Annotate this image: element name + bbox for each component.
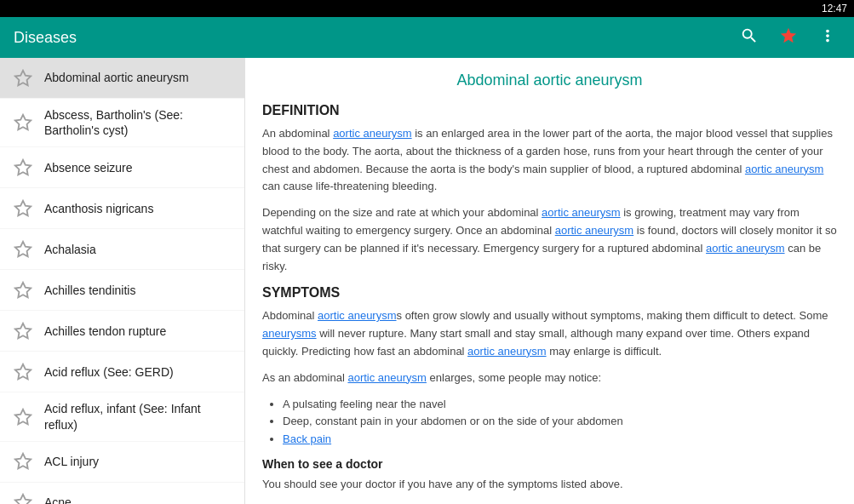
list-item[interactable]: Achilles tendinitis (0, 270, 244, 311)
link[interactable]: aortic aneurysm (467, 345, 546, 358)
star-icon[interactable] (14, 69, 32, 88)
link[interactable]: aortic aneurysm (555, 224, 633, 237)
star-icon[interactable] (14, 493, 32, 504)
bullet-item: Back pain (283, 431, 837, 449)
section-heading: DEFINITION (262, 103, 837, 118)
search-icon[interactable] (737, 23, 762, 53)
star-icon[interactable] (14, 199, 32, 218)
item-label: Achalasia (44, 242, 96, 257)
link[interactable]: Back pain (283, 432, 331, 445)
item-label: Acid reflux (See: GERD) (44, 364, 174, 380)
more-options-icon[interactable] (815, 23, 840, 53)
star-icon[interactable] (14, 363, 32, 381)
star-icon[interactable] (14, 408, 32, 427)
link[interactable]: aortic aneurysm (333, 127, 411, 140)
star-icon[interactable] (14, 281, 32, 300)
list-item[interactable]: Abscess, Bartholin's (See: Bartholin's c… (0, 99, 244, 147)
star-icon[interactable] (14, 158, 32, 177)
item-label: Absence seizure (44, 160, 133, 175)
time: 12:47 (822, 3, 847, 14)
favorites-icon[interactable] (776, 23, 801, 53)
detail-paragraph: Abdominal aortic aneurysms often grow sl… (262, 307, 837, 360)
list-item[interactable]: Acid reflux, infant (See: Infant reflux) (0, 392, 244, 441)
item-label: Abscess, Bartholin's (See: Bartholin's c… (44, 107, 231, 138)
link[interactable]: aortic aneurysm (706, 242, 784, 255)
section-heading: SYMPTOMS (262, 285, 837, 301)
item-label: Achilles tendinitis (44, 283, 135, 298)
bullet-item: A pulsating feeling near the navel (283, 396, 837, 414)
link[interactable]: aortic aneurysm (318, 309, 396, 322)
subsection-heading: When to see a doctor (262, 457, 837, 471)
bullet-item: Deep, constant pain in your abdomen or o… (283, 413, 837, 431)
list-item[interactable]: Absence seizure (0, 147, 244, 188)
star-icon[interactable] (14, 452, 32, 471)
status-bar: 12:47 (0, 0, 854, 17)
list-item[interactable]: ACL injury (0, 442, 244, 483)
detail-paragraph: An abdominal aortic aneurysm is an enlar… (262, 125, 837, 196)
app-title: Diseases (14, 29, 723, 47)
star-icon[interactable] (14, 322, 32, 341)
main-content: Abdominal aortic aneurysmAbscess, Bartho… (0, 58, 854, 504)
link[interactable]: aneurysms (262, 327, 317, 340)
bullet-list: A pulsating feeling near the navelDeep, … (283, 396, 837, 449)
item-label: ACL injury (44, 454, 99, 469)
list-item[interactable]: Acanthosis nigricans (0, 188, 244, 229)
detail-panel: Abdominal aortic aneurysmDEFINITIONAn ab… (245, 58, 854, 504)
link[interactable]: aortic aneurysm (347, 371, 426, 384)
link[interactable]: aortic aneurysm (745, 163, 823, 175)
detail-title: Abdominal aortic aneurysm (262, 72, 837, 89)
star-icon[interactable] (14, 240, 32, 259)
item-label: Acid reflux, infant (See: Infant reflux) (44, 401, 231, 432)
item-label: Abdominal aortic aneurysm (44, 70, 189, 85)
app-bar: Diseases (0, 17, 854, 58)
list-item[interactable]: Achilles tendon rupture (0, 311, 244, 352)
list-item[interactable]: Achalasia (0, 229, 244, 270)
detail-paragraph: Depending on the size and rate at which … (262, 204, 837, 275)
list-item[interactable]: Abdominal aortic aneurysm (0, 58, 244, 99)
list-item[interactable]: Acid reflux (See: GERD) (0, 352, 244, 392)
list-item[interactable]: Acne (0, 483, 244, 504)
detail-paragraph: You should see your doctor if you have a… (262, 476, 837, 494)
link[interactable]: aortic aneurysm (542, 206, 620, 219)
star-icon[interactable] (14, 113, 32, 132)
detail-paragraph: As an abdominal aortic aneurysm enlarges… (262, 369, 837, 387)
item-label: Acanthosis nigricans (44, 201, 153, 216)
item-label: Achilles tendon rupture (44, 324, 166, 339)
item-label: Acne (44, 495, 72, 504)
disease-list: Abdominal aortic aneurysmAbscess, Bartho… (0, 58, 245, 504)
